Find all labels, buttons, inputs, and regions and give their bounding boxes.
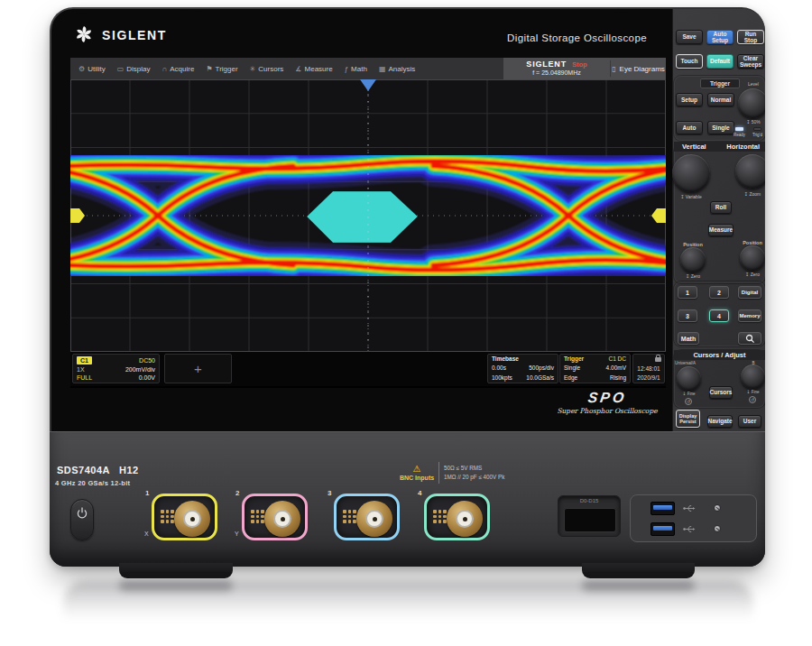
clear-sweeps-button[interactable]: Clear Sweeps [737,54,764,69]
level-label: Level [742,82,765,88]
siglent-pinwheel-icon [74,24,94,44]
status-bar: C1DC50 1X200mV/div FULL0.00V + Timebase … [70,352,666,386]
bnc-module-1: 1 X [152,494,217,540]
eye-diagrams-tab[interactable]: ▯ Eye Diagrams [611,58,666,79]
c1-offset: 0.00V [139,374,155,381]
graticule[interactable] [70,79,666,352]
warning-line-2: 1MΩ // 20 pF ≤ 400V Pk [444,473,504,482]
vertical-zero-label: ↧ Zero [680,274,706,280]
device-foot [582,563,695,578]
model-number: SDS7404A [57,465,110,475]
power-button[interactable] [70,499,94,540]
save-button[interactable]: Save [676,30,703,44]
vertical-scale-knob[interactable] [672,154,710,192]
horizontal-scale-knob[interactable] [735,154,765,189]
c1-bandwidth: FULL [77,374,92,381]
usb-port-2 [651,522,675,536]
screen-bezel: SIGLENT Digital Storage Oscilloscope ⚙Ut… [51,9,674,433]
spo-subtitle: Super Phosphor Oscilloscope [540,407,675,415]
push-a-icon: ↺ [685,398,692,405]
trigd-led [753,127,761,131]
spo-text: SPO [539,390,677,406]
timebase-box[interactable]: Timebase 0.00s500ps/div 100kpts10.0GSa/s [487,354,558,383]
touch-button[interactable]: Touch [676,54,703,69]
magnifier-icon [745,334,755,344]
bnc3-number: 3 [328,489,331,497]
trigger-single-button[interactable]: Single [707,121,734,134]
control-panel: Save Auto Setup Run Stop Touch Default C… [672,9,765,431]
math-button[interactable]: Math [678,332,699,345]
trigger-setup-button[interactable]: Setup [676,93,703,106]
digital-input-port: D0-D15 [558,495,621,537]
power-icon [76,506,88,521]
default-button[interactable]: Default [706,54,734,69]
horizontal-position-knob[interactable] [740,245,765,271]
trigger-auto-button[interactable]: Auto [676,121,703,134]
brand-logo-text: SIGLENT [102,28,167,42]
memory-button[interactable]: Memory [738,309,761,322]
timebase-delay: 0.00s [492,365,506,372]
level-50pct-label: ↧ 50% [742,120,765,125]
add-channel-box[interactable]: + [164,354,232,383]
usb-port-1 [651,502,675,515]
trigger-section-label: Trigger [700,78,740,88]
screw [714,504,721,512]
bnc1-axis: X [144,531,149,537]
analysis-icon: ▦ [379,65,386,73]
sample-rate: 10.0GSa/s [526,375,554,382]
horizontal-zero-label: ↧ Zero [740,272,765,278]
menu-acquire[interactable]: ∩Acquire [162,65,195,73]
push-b-icon: ↺ [749,396,756,403]
trigger-status-box[interactable]: TriggerC1 DC Single4.00mV EdgeRising [559,354,631,383]
vertical-position-knob[interactable] [680,247,706,272]
menu-display[interactable]: ▭Display [117,65,151,73]
channel1-button[interactable]: 1 [678,286,697,299]
zoom-label: ↧ Zoom [733,192,765,198]
channel2-button[interactable]: 2 [709,286,729,299]
bnc4-number: 4 [418,489,421,497]
clock-box[interactable]: 12:48:01 2020/9/1 [632,354,665,383]
search-button[interactable] [738,332,761,345]
fine-a-label: ↧ Fine [677,392,701,397]
menu-measure[interactable]: ∡Measure [295,65,332,73]
bnc-module-2: 2 Y [242,494,308,540]
ready-led [735,127,743,131]
vertical-horizontal-header: Vertical Horizontal [674,142,765,152]
digital-button[interactable]: Digital [738,286,761,299]
dio-slot [564,508,616,532]
menu-cursors[interactable]: ✳Cursors [250,65,284,73]
flag-icon: ⚑ [206,65,212,73]
display-persist-button[interactable]: Display Persist [676,410,700,428]
run-state-badge: Stop [572,60,587,69]
channel4-button[interactable]: 4 [709,309,729,322]
menu-math[interactable]: ƒMath [345,65,367,73]
universal-knob[interactable] [677,366,701,391]
b-knob[interactable] [741,365,765,389]
trigger-mode: Single [564,365,580,372]
device-subtitle: Digital Storage Oscilloscope [507,32,647,43]
menu-right-strip: SIGLENT Stop f = 25.04890MHz ▯ Eye Diagr… [503,58,666,79]
timebase-points: 100kpts [492,375,512,382]
cursors-adjust-header: Cursors / Adjust [674,350,765,360]
measure-button[interactable]: Measure [708,224,734,236]
spo-logo: SPO Super Phosphor Oscilloscope [540,390,675,415]
device-foot [119,563,233,578]
trigger-level-knob[interactable] [738,88,765,118]
channel3-button[interactable]: 3 [678,309,697,322]
acquisition-status[interactable]: SIGLENT Stop f = 25.04890MHz [503,58,610,79]
trigger-normal-button[interactable]: Normal [707,93,734,106]
auto-setup-button[interactable]: Auto Setup [706,30,734,44]
roll-button[interactable]: Roll [710,201,732,214]
menu-trigger[interactable]: ⚑Trigger [206,65,237,73]
menu-analysis[interactable]: ▦Analysis [379,65,415,73]
display-icon: ▭ [117,65,125,73]
menu-utility[interactable]: ⚙Utility [78,65,106,73]
timebase-title: Timebase [492,356,519,363]
user-button[interactable]: User [738,415,761,428]
channel1-status-box[interactable]: C1DC50 1X200mV/div FULL0.00V [72,354,160,383]
clock-date: 2020/9/1 [637,374,660,381]
navigate-button[interactable]: Navigate [707,415,733,428]
bnc2-connector [264,501,300,537]
cursors-button[interactable]: Cursors [709,386,733,399]
run-stop-button[interactable]: Run Stop [737,30,764,44]
